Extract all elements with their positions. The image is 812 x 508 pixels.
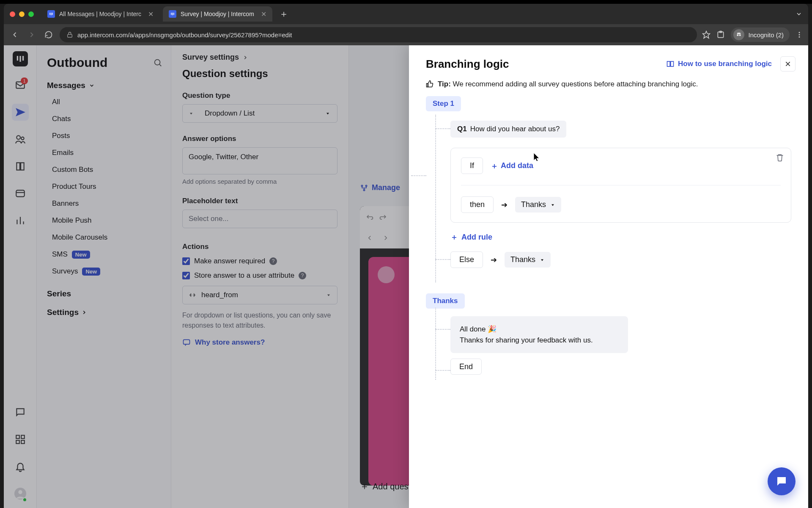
tabs-overflow-icon[interactable] (793, 11, 805, 17)
window-traffic-lights[interactable] (10, 11, 34, 17)
else-tag: Else (450, 251, 483, 268)
add-rule-button[interactable]: ＋ Add rule (450, 232, 791, 242)
svg-marker-9 (702, 31, 710, 39)
end-tag: End (450, 359, 482, 375)
else-row: Else ➔ Thanks (450, 251, 791, 268)
svg-rect-5 (171, 13, 172, 15)
browser-tab-1-label: Survey | Moodjoy | Intercom (181, 11, 254, 17)
close-icon[interactable]: ✕ (261, 10, 266, 18)
plus-icon: ＋ (491, 161, 498, 171)
browser-tab-strip: All Messages | Moodjoy | Interc ✕ Survey… (4, 4, 808, 24)
browser-tab-1[interactable]: Survey | Moodjoy | Intercom ✕ (163, 6, 272, 22)
kebab-menu-icon[interactable] (796, 31, 803, 39)
browser-toolbar: app.intercom.com/a/apps/nnsgmgob/outboun… (4, 24, 808, 45)
svg-point-13 (739, 34, 741, 36)
new-tab-button[interactable]: ＋ (276, 8, 292, 20)
address-bar[interactable]: app.intercom.com/a/apps/nnsgmgob/outboun… (60, 27, 697, 42)
arrow-right-icon: ➔ (491, 255, 497, 265)
svg-rect-7 (173, 13, 174, 15)
step-chip-thanks[interactable]: Thanks (426, 293, 465, 309)
reload-button[interactable] (43, 29, 55, 41)
incognito-label: Incognito (2) (749, 31, 784, 39)
svg-marker-46 (551, 204, 554, 206)
svg-rect-3 (52, 13, 53, 15)
incognito-icon (733, 29, 744, 40)
svg-point-12 (737, 34, 738, 36)
lock-icon (66, 31, 73, 38)
intercom-favicon (47, 10, 55, 18)
plus-icon: ＋ (450, 232, 458, 242)
close-icon[interactable]: ✕ (148, 10, 154, 18)
rule-card: If ＋ Add data then ➔ Thanks (450, 148, 791, 223)
then-tag: then (461, 196, 494, 213)
help-link[interactable]: How to use branching logic (666, 60, 772, 68)
step-chip-1[interactable]: Step 1 (426, 96, 461, 111)
svg-rect-2 (51, 13, 52, 15)
tip-row: Tip: We recommend adding all survey ques… (409, 75, 808, 88)
if-tag: If (461, 157, 483, 174)
incognito-indicator[interactable]: Incognito (2) (731, 28, 790, 42)
svg-rect-6 (172, 13, 173, 15)
url-text: app.intercom.com/a/apps/nnsgmgob/outboun… (77, 31, 292, 39)
add-data-button[interactable]: ＋ Add data (491, 161, 533, 171)
else-target-select[interactable]: Thanks (505, 252, 551, 268)
svg-marker-47 (541, 259, 543, 261)
svg-point-16 (799, 36, 800, 38)
back-button[interactable] (9, 29, 21, 41)
branching-logic-panel: Branching logic How to use branching log… (409, 45, 808, 508)
completion-message: All done 🎉 Thanks for sharing your feedb… (450, 316, 628, 353)
star-icon[interactable] (702, 30, 710, 39)
panel-title: Branching logic (426, 58, 509, 71)
then-target-select[interactable]: Thanks (515, 197, 561, 213)
question-number: Q1 (457, 125, 467, 133)
svg-point-14 (799, 32, 800, 33)
close-button[interactable] (780, 56, 796, 72)
book-icon (666, 60, 675, 68)
delete-rule-button[interactable] (776, 153, 784, 162)
svg-rect-45 (427, 83, 428, 87)
browser-tab-0-label: All Messages | Moodjoy | Interc (59, 11, 141, 17)
intercom-favicon (169, 10, 176, 18)
forward-button[interactable] (26, 29, 38, 41)
question-node: Q1 How did you hear about us? (450, 121, 791, 138)
extensions-icon[interactable] (716, 30, 725, 39)
browser-tab-0[interactable]: All Messages | Moodjoy | Interc ✕ (41, 6, 159, 22)
question-text: How did you hear about us? (470, 125, 560, 133)
svg-point-15 (799, 34, 800, 36)
thumbs-up-icon (426, 80, 433, 88)
arrow-right-icon: ➔ (501, 200, 508, 210)
svg-rect-8 (68, 34, 72, 37)
svg-rect-1 (49, 13, 50, 15)
intercom-launcher[interactable] (768, 467, 796, 495)
